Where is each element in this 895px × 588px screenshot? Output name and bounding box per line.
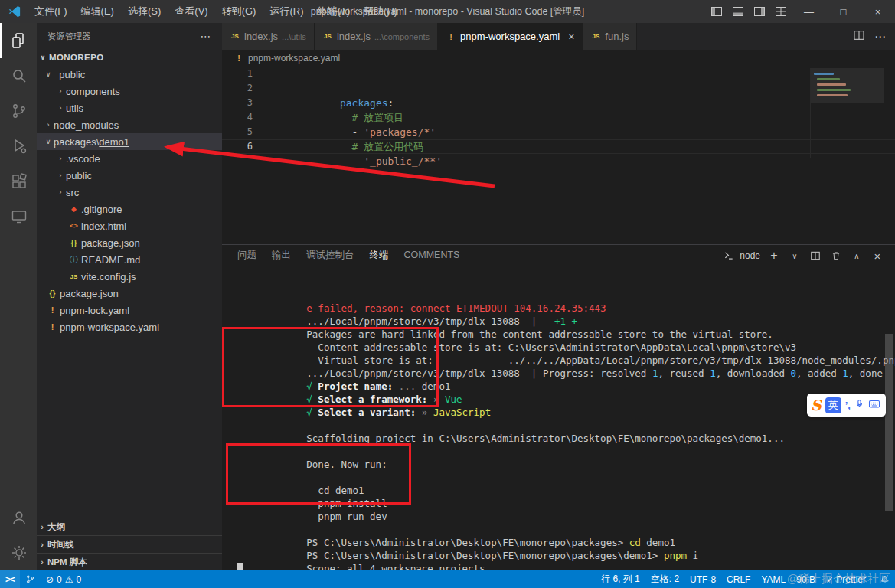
sidebar-section[interactable]: › 时间线 [37,535,222,553]
panel-header: 问题输出调试控制台终端COMMENTS node + ∨ ∧ × [222,245,895,266]
tree-item-label: pnpm-workspace.yaml [60,322,159,333]
file-type-icon: JS [590,33,601,40]
toggle-panel-icon[interactable] [727,0,749,23]
account-icon[interactable] [0,500,37,535]
workspace-root-label: MONOREPO [49,53,104,62]
remote-indicator[interactable]: >< [0,570,20,588]
tree-item[interactable]: <> index.html [37,217,222,234]
tree-item-label: package.json [81,237,140,249]
tree-item[interactable]: ∨ packages\ demo1 [37,133,222,150]
breadcrumb[interactable]: ! pnpm-workspace.yaml [222,50,895,67]
panel-tab[interactable]: 终端 [370,245,389,266]
status-item[interactable]: ✓ Prettier [821,570,871,588]
ime-language-indicator[interactable]: 英 [825,397,841,413]
menu-item[interactable]: 转到(G) [215,0,263,23]
menu-item[interactable]: 文件(F) [28,0,74,23]
menu-item[interactable]: 选择(S) [121,0,168,23]
workspace-root[interactable]: ∨ MONOREPO [37,49,222,66]
menu-item[interactable]: 编辑(E) [74,0,121,23]
menu-item[interactable]: 查看(V) [168,0,214,23]
new-terminal-icon[interactable]: + [767,249,781,263]
tree-item-label: pnpm-lock.yaml [60,305,129,316]
tree-item[interactable]: › utils [37,100,222,116]
editor-tab[interactable]: JS fun.js [583,23,637,50]
sidebar-section[interactable]: › NPM 脚本 [37,553,222,570]
close-panel-icon[interactable]: × [871,249,884,263]
terminal-text: Virtual store is at: ../../../AppData/Lo… [306,354,895,366]
customize-layout-icon[interactable] [770,0,792,23]
minimize-button[interactable]: — [792,0,826,23]
maximize-panel-icon[interactable]: ∧ [850,249,864,263]
status-item[interactable]: UTF-8 [684,570,721,588]
tree-item[interactable]: ! pnpm-workspace.yaml [37,318,222,335]
terminal[interactable]: e failed, reason: connect ETIMEDOUT 104.… [222,266,895,570]
tree-item[interactable]: › .vscode [37,150,222,167]
microphone-icon[interactable] [854,398,864,412]
close-button[interactable]: × [861,0,895,23]
terminal-shell-picker[interactable]: node [722,249,760,263]
status-item[interactable]: 90 B [791,570,821,588]
file-type-icon: JS [67,273,80,280]
tree-item[interactable]: › src [37,184,222,201]
explorer-icon[interactable] [0,23,37,58]
sidebar-section[interactable]: › 大纲 [37,518,222,535]
panel-tab[interactable]: COMMENTS [404,245,460,266]
maximize-button[interactable]: □ [826,0,861,23]
split-editor-icon[interactable] [853,29,865,44]
terminal-scrollbar[interactable] [885,334,893,511]
tree-item[interactable]: {} package.json [37,234,222,251]
split-terminal-icon[interactable] [808,249,822,263]
tree-item[interactable]: {} package.json [37,285,222,302]
more-actions-icon[interactable]: ⋯ [201,30,211,42]
more-actions-icon[interactable]: ⋯ [874,30,886,44]
close-icon[interactable]: × [568,31,574,42]
editor-tab[interactable]: JS index.js ...\utils [222,23,315,50]
sidebar-section-label: 时间线 [47,539,74,550]
keyboard-icon[interactable] [868,398,880,412]
kill-terminal-icon[interactable] [829,249,843,263]
remote-explorer-icon[interactable] [0,199,37,234]
menu-item[interactable]: 运行(R) [263,0,310,23]
code-editor[interactable]: 1 packages: 2 # 放置项目 3 - 'pack [222,67,895,244]
problems-status[interactable]: ⊘0 ⚠0 [41,570,87,588]
panel-tab[interactable]: 问题 [237,245,256,266]
terminal-text: PS C:\Users\Administrator\Desktop\FE\mon… [306,550,664,561]
ime-punctuation-toggle[interactable]: ’, [845,400,851,411]
terminal-text: i [687,550,698,561]
terminal-text: Select a framework: [312,394,433,405]
chevron-icon: › [55,87,66,95]
editor-tab[interactable]: ! pnpm-workspace.yaml × [438,23,583,50]
tree-item[interactable]: › node_modules [37,116,222,133]
tree-item[interactable]: › components [37,83,222,100]
terminal-text: pnpm [664,550,687,561]
status-item[interactable]: CRLF [721,570,756,588]
tree-item[interactable]: ◆ .gitignore [37,201,222,217]
file-type-icon: ! [446,32,456,41]
search-icon[interactable] [0,58,37,93]
extensions-icon[interactable] [0,164,37,199]
tree-item[interactable]: ∨ _public_ [37,66,222,83]
source-control-icon[interactable] [0,93,37,129]
minimap[interactable] [810,68,884,158]
status-item[interactable]: 空格: 2 [645,570,684,588]
tree-item[interactable]: ! pnpm-lock.yaml [37,302,222,318]
status-item[interactable]: 行 6, 列 1 [596,570,645,588]
tree-item[interactable]: JS vite.config.js [37,268,222,285]
toggle-sidebar-icon[interactable] [706,0,727,23]
terminal-dropdown-icon[interactable]: ∨ [788,249,802,263]
panel-tab[interactable]: 调试控制台 [306,245,354,266]
toggle-secondary-sidebar-icon[interactable] [749,0,770,23]
editor-tab[interactable]: JS index.js ...\components [315,23,438,50]
tree-item[interactable]: ⓘ README.md [37,251,222,268]
run-debug-icon[interactable] [0,129,37,164]
source-control-status[interactable] [20,570,41,588]
sidebar-section-label: 大纲 [47,521,65,533]
settings-gear-icon[interactable] [0,535,37,570]
tree-item-label: .gitignore [81,204,122,215]
bell-icon[interactable] [874,570,895,588]
status-item[interactable]: YAML [756,570,791,588]
chevron-icon: › [43,121,54,129]
panel-tab[interactable]: 输出 [272,245,291,266]
ime-toolbar[interactable]: S 英 ’, [807,394,886,416]
tree-item[interactable]: › public [37,167,222,184]
